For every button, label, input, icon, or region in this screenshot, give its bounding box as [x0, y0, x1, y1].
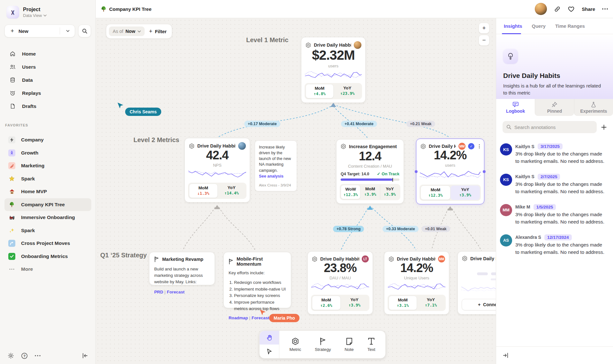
sidebar-item-marketing[interactable]: Marketing — [4, 159, 91, 172]
sidebar-item-company-kpi-tree[interactable]: Company KPI Tree — [4, 198, 91, 211]
annotation-search-input[interactable] — [514, 125, 593, 130]
metric-card-selected[interactable]: Drive Daily Habb.. MM ✓ ⋮ 14.2% users Mo… — [416, 139, 484, 204]
metric-card-dau-mau[interactable]: Drive Daily Habbits LT 23.8% DAU / MAU M… — [307, 251, 373, 315]
project-switcher[interactable]: Ꭓ Project Data View — [6, 6, 47, 19]
insights-hero: Drive Daily Habits Insights is a hub for… — [496, 34, 613, 99]
sidebar-item-replays[interactable]: Replays — [0, 87, 96, 100]
mom-stat[interactable]: MoM ↑3.9% — [360, 185, 380, 199]
sidebar-item-spark-2[interactable]: Spark — [4, 224, 91, 237]
yoy-stat[interactable]: YoY ↑14.4% — [218, 184, 246, 198]
favorite-heart-icon[interactable] — [568, 6, 575, 12]
prd-link[interactable]: PRD — [154, 290, 163, 294]
sparkline-chart — [311, 281, 369, 292]
metric-tool-button[interactable]: Metric — [289, 337, 301, 352]
sidebar-item-drafts[interactable]: Drafts — [0, 100, 96, 113]
yoy-stat[interactable]: YoY ↑3.9% — [450, 186, 480, 200]
note-tool-button[interactable]: Note — [344, 337, 354, 352]
sidebar-item-users[interactable]: Users — [0, 60, 96, 73]
chevron-down-icon[interactable] — [66, 30, 70, 32]
roadmap-link[interactable]: Roadmap — [229, 315, 248, 320]
forecast-link[interactable]: Forecast — [252, 315, 269, 320]
sidebar-item-growth[interactable]: Growth — [4, 147, 91, 160]
hand-tool-button[interactable] — [260, 331, 279, 345]
annotation-item[interactable]: KS Kaitlyn S 2/7/2025 3% drop likely due… — [500, 174, 606, 195]
annotation-item[interactable]: KS Kaitlyn S 3/17/2025 3% drop likely du… — [500, 143, 606, 165]
more-options-icon[interactable] — [602, 8, 608, 10]
metric-card-unique-users[interactable]: Drive Daily Habbits MM 14.2% Unique User… — [384, 251, 449, 315]
sidebar-item-onboarding-metrics[interactable]: Onboarding Metrics — [4, 250, 91, 263]
collapse-panel-icon[interactable] — [503, 353, 509, 358]
text-tool-button[interactable]: Text — [367, 337, 375, 352]
sidebar-item-home-mvp[interactable]: Home MVP — [4, 185, 91, 198]
sidebar-item-data[interactable]: Data — [0, 73, 96, 87]
stat-label: YoY — [334, 86, 361, 90]
sidebar-item-immersive-onboarding[interactable]: Immersive Onboarding — [4, 211, 91, 224]
strategy-title: Marketing Revamp — [162, 257, 203, 262]
yoy-stat[interactable]: YoY ↑3.9% — [341, 296, 369, 310]
marketing-icon — [8, 162, 15, 169]
sidebar-item-spark[interactable]: Spark — [4, 172, 91, 186]
separator: | — [164, 290, 165, 294]
tab-query[interactable]: Query — [532, 23, 546, 29]
search-button[interactable] — [78, 25, 91, 37]
zoom-out-button[interactable]: − — [479, 35, 489, 46]
add-filter-button[interactable]: + Filter — [149, 28, 167, 35]
house-icon — [8, 188, 15, 195]
mom-stat[interactable]: MoM ↑12.3% — [420, 186, 450, 200]
target-label: Q4 Target: 14.0 — [341, 172, 369, 176]
connect-button[interactable]: + Connect — [462, 299, 496, 310]
canvas-note[interactable]: Increase likely driven by the launch of … — [255, 140, 297, 191]
tab-time-ranges[interactable]: Time Ranges — [555, 23, 585, 29]
sidebar-item-home[interactable]: Home — [0, 47, 96, 60]
select-tool-button[interactable] — [260, 345, 279, 358]
mom-stat[interactable]: MoM ↓1.3% — [189, 184, 218, 198]
see-analysis-link[interactable]: See analysis — [259, 174, 293, 178]
kpi-tree-canvas[interactable]: As of Now + Filter + − Level 1 Metric Le… — [96, 18, 496, 364]
help-icon[interactable]: ? — [21, 353, 28, 359]
subtab-logbook[interactable]: Logbook — [496, 99, 535, 116]
strategy-card-mobile-first[interactable]: Mobile-First Momentum Key efforts includ… — [223, 252, 291, 308]
link-icon[interactable] — [554, 6, 561, 12]
sidebar-item-more[interactable]: More — [4, 263, 91, 276]
share-button[interactable]: Share — [582, 6, 595, 12]
sidebar-item-label: Company — [21, 137, 44, 143]
metric-card-level1[interactable]: Drive Daily Habbits $2.32M users MoM ↑4.… — [301, 37, 366, 103]
as-of-dropdown[interactable]: As of Now — [109, 27, 145, 36]
tab-insights[interactable]: Insights — [504, 23, 522, 29]
sidebar-item-company[interactable]: Company — [4, 133, 91, 147]
more-options-icon[interactable] — [35, 355, 41, 356]
annotation-date-badge: 1/5/2025 — [534, 204, 556, 210]
annotation-search[interactable] — [503, 121, 597, 133]
metric-card-nps[interactable]: Drive Daily Habbits 42.4 NPS MoM ↓1.3% Y… — [185, 138, 250, 202]
kebab-menu-icon[interactable]: ⋮ — [477, 145, 480, 147]
selection-handle-right[interactable] — [483, 170, 486, 173]
metric-card-ghost[interactable]: Drive Daily Hab + Connect — [458, 251, 496, 315]
metric-card-engagement[interactable]: Increase Engagement 12.4 Content Creatio… — [336, 139, 404, 204]
forecast-link[interactable]: Forecast — [167, 290, 185, 294]
mom-stat[interactable]: MoM ↑4.8% — [306, 84, 334, 98]
subtab-experiments[interactable]: Experiments — [574, 99, 613, 116]
selection-handle-left[interactable] — [415, 170, 418, 173]
app: Ꭓ Project Data View + New — [0, 0, 613, 364]
new-button[interactable]: + New — [4, 25, 75, 37]
user-avatar[interactable] — [535, 3, 547, 15]
strategy-tool-button[interactable]: Strategy — [315, 337, 331, 352]
collapse-sidebar-icon[interactable] — [82, 353, 88, 359]
sidebar-item-label: Company KPI Tree — [21, 202, 65, 208]
annotation-item[interactable]: AS Alexandra S 12/17/2024 3% drop likely… — [500, 234, 606, 256]
strategy-card-marketing-revamp[interactable]: Marketing Revamp Build and launch a new … — [149, 252, 215, 285]
zoom-in-button[interactable]: + — [479, 23, 489, 34]
annotation-item[interactable]: MM Mike M 1/5/2025 3% drop likely due to… — [500, 204, 606, 226]
sidebar-item-cross-project-moves[interactable]: Cross Project Moves — [4, 237, 91, 250]
mom-stat[interactable]: MoM ↑2.6% — [312, 296, 341, 310]
wow-stat[interactable]: WoW ↑12.3% — [341, 185, 360, 199]
settings-gear-icon[interactable] — [8, 353, 14, 359]
flag-icon — [319, 337, 326, 345]
yoy-stat[interactable]: YoY ↑7.1% — [417, 296, 445, 310]
project-data-view[interactable]: Data View — [23, 13, 47, 18]
add-annotation-icon[interactable] — [601, 125, 607, 130]
yoy-stat[interactable]: YoY ↑23.9% — [334, 84, 361, 98]
yoy-stat[interactable]: YoY ↑3.9% — [380, 185, 399, 199]
mom-stat[interactable]: MoM ↑3.1% — [389, 296, 417, 310]
subtab-pinned[interactable]: Pinned — [535, 99, 574, 116]
